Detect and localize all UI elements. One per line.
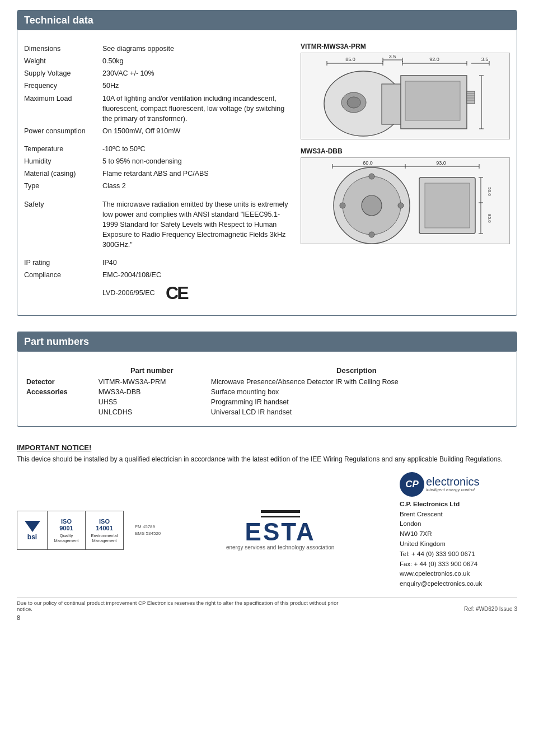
svg-point-38 xyxy=(362,195,382,216)
diagram-mws3a: MWS3A-DBB 60.0 93.0 xyxy=(301,147,510,244)
footer-area: IMPORTANT NOTICE! This device should be … xyxy=(17,444,517,621)
pn-part: VITMR-MWS3A-PRM xyxy=(99,377,211,387)
diagram-top-svg: 85.0 3.5 92.0 3.5 xyxy=(301,53,509,139)
iso9001-label: QualityManagement xyxy=(54,533,79,543)
cp-brand-text: electronics intelligent energy control xyxy=(426,476,480,492)
spec-value: 50Hz xyxy=(102,80,295,92)
spec-label: Safety xyxy=(24,198,102,251)
technical-data-title: Technical data xyxy=(24,15,93,26)
iso14001-box: ISO14001 EnvironmentalManagement xyxy=(86,511,124,550)
cp-country: United Kingdom xyxy=(400,540,446,547)
pn-part: MWS3A-DBB xyxy=(99,387,211,397)
svg-text:3.5: 3.5 xyxy=(389,54,396,59)
spec-value: 5 to 95% non-condensing xyxy=(102,155,295,167)
notice-title: IMPORTANT NOTICE! xyxy=(17,444,517,452)
spec-row: Temperature -10ºC to 50ºC xyxy=(24,143,295,155)
footer-ref: Ref: #WD620 Issue 3 xyxy=(464,606,517,612)
pn-part: UHS5 xyxy=(99,397,211,407)
cp-logo: CP electronics intelligent energy contro… xyxy=(400,472,517,497)
spec-row: Supply Voltage 230VAC +/- 10% xyxy=(24,67,295,80)
cp-postcode: NW10 7XR xyxy=(400,530,432,537)
spec-value: See diagrams opposite xyxy=(102,43,295,55)
svg-rect-16 xyxy=(382,84,403,124)
spec-label: Weight xyxy=(24,55,102,67)
spec-value: IP40 xyxy=(102,256,295,269)
diagram-vitmr: VITMR-MWS3A-PRM 85.0 3.5 xyxy=(301,43,510,139)
spec-value: Class 2 xyxy=(102,180,295,192)
fm-label-2: EMS 534520 xyxy=(135,530,161,538)
svg-text:85.0: 85.0 xyxy=(487,214,492,223)
spec-value: -10ºC to 50ºC xyxy=(102,143,295,155)
spec-value: EMC-2004/108/ECLVD-2006/95/EC CE xyxy=(102,269,295,307)
cp-address-line: Brent Crescent xyxy=(400,511,443,517)
iso14001-label: EnvironmentalManagement xyxy=(91,533,118,543)
svg-rect-44 xyxy=(425,183,470,228)
svg-text:85.0: 85.0 xyxy=(345,57,355,62)
svg-text:3.5: 3.5 xyxy=(481,57,489,62)
pn-category-accessories: Accessories xyxy=(26,387,99,417)
spec-value: 230VAC +/- 10% xyxy=(102,67,295,80)
part-numbers-section: Part numbers Part number Description Det… xyxy=(17,332,517,427)
page-number: 8 xyxy=(17,614,517,621)
spec-label: Temperature xyxy=(24,143,102,155)
spec-label: Material (casing) xyxy=(24,167,102,180)
technical-data-section: Technical data Dimensions See diagrams o… xyxy=(17,10,517,316)
important-notice: IMPORTANT NOTICE! This device should be … xyxy=(17,444,517,464)
svg-text:50.0: 50.0 xyxy=(487,187,492,196)
diagram-top-box: 85.0 3.5 92.0 3.5 xyxy=(301,53,510,139)
svg-point-39 xyxy=(369,174,374,179)
cp-fax: Fax: + 44 (0) 333 900 0674 xyxy=(400,561,477,567)
svg-point-41 xyxy=(340,203,345,208)
cp-company-name: C.P. Electronics Ltd xyxy=(400,501,460,507)
spec-row: Type Class 2 xyxy=(24,180,295,192)
iso9001-box: ISO9001 QualityManagement xyxy=(48,511,86,550)
cp-email: enquiry@cpelectronics.co.uk xyxy=(400,580,482,587)
part-numbers-content: Part number Description Detector VITMR-M… xyxy=(17,360,517,426)
spec-label: Humidity xyxy=(24,155,102,167)
diagram-top-label: VITMR-MWS3A-PRM xyxy=(301,43,510,50)
pn-col-desc: Description xyxy=(211,365,508,377)
spec-value: The microwave radiation emitted by these… xyxy=(102,198,295,251)
cp-circle-logo: CP xyxy=(400,472,424,497)
cp-web: www.cpelectronics.co.uk xyxy=(400,570,470,577)
diagram-bottom-box: 60.0 93.0 xyxy=(301,157,510,244)
spec-label: Dimensions xyxy=(24,43,102,55)
ce-mark: CE xyxy=(166,280,187,306)
spec-row: Power consumption On 1500mW, Off 910mW xyxy=(24,125,295,137)
fm-label-1: FM 45789 xyxy=(135,524,161,531)
pn-category-detector: Detector xyxy=(26,377,99,387)
pn-col-part: Part number xyxy=(99,365,211,377)
part-numbers-table: Part number Description Detector VITMR-M… xyxy=(26,365,508,417)
cp-tel: Tel: + 44 (0) 333 900 0671 xyxy=(400,550,475,557)
notice-text: This device should be installed by a qua… xyxy=(17,454,517,464)
pn-part: UNLCDHS xyxy=(99,407,211,417)
footer-bottom-bar: Due to our policy of continual product i… xyxy=(17,597,517,612)
spec-label: Type xyxy=(24,180,102,192)
spec-value: 0.50kg xyxy=(102,55,295,67)
esta-line-top xyxy=(261,510,300,513)
bottom-notice-text: Due to our policy of continual product i… xyxy=(17,600,338,612)
spec-row: Maximum Load 10A of lighting and/or vent… xyxy=(24,92,295,125)
cp-tagline: intelligent energy control xyxy=(426,487,480,492)
cp-contact-block: CP electronics intelligent energy contro… xyxy=(400,472,517,589)
cp-city: London xyxy=(400,520,421,527)
pn-desc: Microwave Presence/Absence Detector IR w… xyxy=(211,377,508,387)
specs-table-area: Dimensions See diagrams opposite Weight … xyxy=(24,43,295,307)
fm-labels: FM 45789 EMS 534520 xyxy=(135,524,161,538)
esta-logo: ESTA energy services and technology asso… xyxy=(172,510,388,550)
spec-row: Compliance EMC-2004/108/ECLVD-2006/95/EC… xyxy=(24,269,295,307)
spec-label: Supply Voltage xyxy=(24,67,102,80)
spec-row: Dimensions See diagrams opposite xyxy=(24,43,295,55)
bsi-logo-group: bsi ISO9001 QualityManagement ISO14001 E… xyxy=(17,511,124,550)
bsi-label: bsi xyxy=(27,534,37,540)
spec-value: On 1500mW, Off 910mW xyxy=(102,125,295,137)
spec-label: Frequency xyxy=(24,80,102,92)
spec-row: Material (casing) Flame retardant ABS an… xyxy=(24,167,295,180)
esta-wordmark: ESTA xyxy=(245,520,316,544)
spec-label: Maximum Load xyxy=(24,92,102,125)
pn-row: UNLCDHS Universal LCD IR handset xyxy=(26,407,508,417)
spec-row: Safety The microwave radiation emitted b… xyxy=(24,198,295,251)
spec-row: Humidity 5 to 95% non-condensing xyxy=(24,155,295,167)
technical-data-header: Technical data xyxy=(17,11,517,30)
footer-bottom-notice: Due to our policy of continual product i… xyxy=(17,600,341,612)
